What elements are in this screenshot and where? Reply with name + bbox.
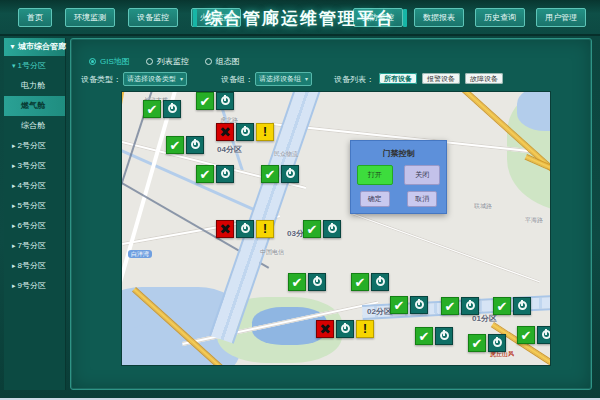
sidebar-item-9[interactable]: ▸7号分区	[4, 236, 65, 256]
power-icon[interactable]	[308, 273, 326, 291]
map-canvas[interactable]: 04分区03分区02分区01分区 长浒大桥虎北路民众物流中国电信联城路平海路白洋…	[121, 91, 551, 366]
sidebar-item-label: 7号分区	[18, 241, 46, 250]
nav-right-button-2[interactable]: 历史查询	[475, 8, 525, 27]
view-mode-radios: GIS地图列表监控组态图	[89, 56, 240, 67]
sidebar-item-5[interactable]: ▸3号分区	[4, 156, 65, 176]
status-ok-icon[interactable]: ✔	[143, 100, 161, 118]
power-icon[interactable]	[435, 327, 453, 345]
status-ok-icon[interactable]: ✔	[351, 273, 369, 291]
status-ok-icon[interactable]: ✔	[288, 273, 306, 291]
device-marker-11[interactable]: ✔	[390, 296, 428, 314]
device-marker-4[interactable]: ✔	[196, 165, 234, 183]
power-icon[interactable]	[236, 123, 254, 141]
view-mode-label: GIS地图	[100, 56, 130, 67]
power-icon[interactable]	[216, 92, 234, 110]
device-list-button-1[interactable]: 报警设备	[422, 73, 460, 84]
status-ok-icon[interactable]: ✔	[468, 334, 486, 352]
sidebar-item-4[interactable]: ▸2号分区	[4, 136, 65, 156]
nav-left-button-0[interactable]: 首页	[18, 8, 52, 27]
device-group-select[interactable]: 请选择设备组▾	[255, 72, 312, 86]
chevron-right-icon: ▸	[12, 142, 16, 149]
status-ok-icon[interactable]: ✔	[390, 296, 408, 314]
warning-icon[interactable]: !	[356, 320, 374, 338]
sidebar-item-8[interactable]: ▸6号分区	[4, 216, 65, 236]
sidebar-item-6[interactable]: ▸4号分区	[4, 176, 65, 196]
status-ok-icon[interactable]: ✔	[196, 165, 214, 183]
device-marker-12[interactable]: ✔	[441, 297, 479, 315]
status-ok-icon[interactable]: ✔	[303, 220, 321, 238]
sidebar-item-11[interactable]: ▸9号分区	[4, 276, 65, 296]
radio-icon	[205, 58, 212, 65]
page-title: 综合管廊运维管理平台	[205, 7, 395, 30]
view-mode-1[interactable]: 列表监控	[146, 56, 189, 67]
device-marker-10[interactable]: ✖!	[316, 320, 374, 338]
sidebar-item-label: 燃气舱	[21, 101, 45, 110]
power-icon[interactable]	[488, 334, 506, 352]
power-icon[interactable]	[336, 320, 354, 338]
device-marker-2[interactable]: ✖!	[216, 123, 274, 141]
power-icon[interactable]	[371, 273, 389, 291]
status-ok-icon[interactable]: ✔	[517, 326, 535, 344]
nav-left-button-1[interactable]: 环境监测	[65, 8, 115, 27]
sidebar-item-1[interactable]: 电力舱	[4, 76, 65, 96]
sidebar-item-2[interactable]: 燃气舱	[4, 96, 65, 116]
device-type-select[interactable]: 请选择设备类型▾	[123, 72, 187, 86]
device-marker-14[interactable]: ✔	[415, 327, 453, 345]
power-icon[interactable]	[186, 136, 204, 154]
power-icon[interactable]	[461, 297, 479, 315]
status-fault-icon[interactable]: ✖	[216, 220, 234, 238]
device-marker-15[interactable]: ✔	[468, 334, 506, 352]
sidebar-item-label: 综合舱	[21, 121, 45, 130]
status-ok-icon[interactable]: ✔	[196, 92, 214, 110]
sidebar-item-3[interactable]: 综合舱	[4, 116, 65, 136]
title-bar-left-icon	[193, 9, 197, 27]
device-marker-8[interactable]: ✔	[288, 273, 326, 291]
sidebar-item-10[interactable]: ▸8号分区	[4, 256, 65, 276]
view-mode-2[interactable]: 组态图	[205, 56, 240, 67]
device-list-button-0[interactable]: 所有设备	[379, 73, 417, 84]
zone-label: 04分区	[217, 144, 242, 155]
poi-label: 联城路	[474, 202, 492, 211]
ok-button[interactable]: 确定	[360, 191, 390, 207]
nav-left-button-2[interactable]: 设备监控	[128, 8, 178, 27]
status-ok-icon[interactable]: ✔	[261, 165, 279, 183]
power-icon[interactable]	[281, 165, 299, 183]
device-marker-7[interactable]: ✔	[303, 220, 341, 238]
power-icon[interactable]	[323, 220, 341, 238]
sidebar-item-label: 9号分区	[18, 281, 46, 290]
status-ok-icon[interactable]: ✔	[441, 297, 459, 315]
power-icon[interactable]	[216, 165, 234, 183]
open-button[interactable]: 打开	[357, 165, 393, 185]
power-icon[interactable]	[513, 297, 531, 315]
status-ok-icon[interactable]: ✔	[166, 136, 184, 154]
zone-label: 02分区	[367, 306, 392, 317]
device-marker-6[interactable]: ✖!	[216, 220, 274, 238]
status-fault-icon[interactable]: ✖	[316, 320, 334, 338]
status-fault-icon[interactable]: ✖	[216, 123, 234, 141]
device-marker-1[interactable]: ✔	[196, 92, 234, 110]
close-button[interactable]: 关闭	[404, 165, 440, 185]
sidebar-item-0[interactable]: ▾1号分区	[4, 56, 65, 76]
device-marker-13[interactable]: ✔	[493, 297, 531, 315]
status-ok-icon[interactable]: ✔	[493, 297, 511, 315]
device-marker-5[interactable]: ✔	[261, 165, 299, 183]
device-list-button-2[interactable]: 故障设备	[465, 73, 503, 84]
device-marker-16[interactable]: ✔	[517, 326, 551, 344]
power-icon[interactable]	[537, 326, 551, 344]
status-ok-icon[interactable]: ✔	[415, 327, 433, 345]
power-icon[interactable]	[236, 220, 254, 238]
sidebar-root-node[interactable]: ▼城市综合管廊	[4, 38, 65, 56]
radio-icon	[146, 58, 153, 65]
cancel-button[interactable]: 取消	[407, 191, 437, 207]
nav-right-button-1[interactable]: 数据报表	[414, 8, 464, 27]
warning-icon[interactable]: !	[256, 220, 274, 238]
nav-right-button-3[interactable]: 用户管理	[536, 8, 586, 27]
power-icon[interactable]	[410, 296, 428, 314]
device-marker-0[interactable]: ✔	[143, 100, 181, 118]
sidebar-item-7[interactable]: ▸5号分区	[4, 196, 65, 216]
warning-icon[interactable]: !	[256, 123, 274, 141]
power-icon[interactable]	[163, 100, 181, 118]
view-mode-0[interactable]: GIS地图	[89, 56, 130, 67]
device-marker-9[interactable]: ✔	[351, 273, 389, 291]
device-marker-3[interactable]: ✔	[166, 136, 204, 154]
